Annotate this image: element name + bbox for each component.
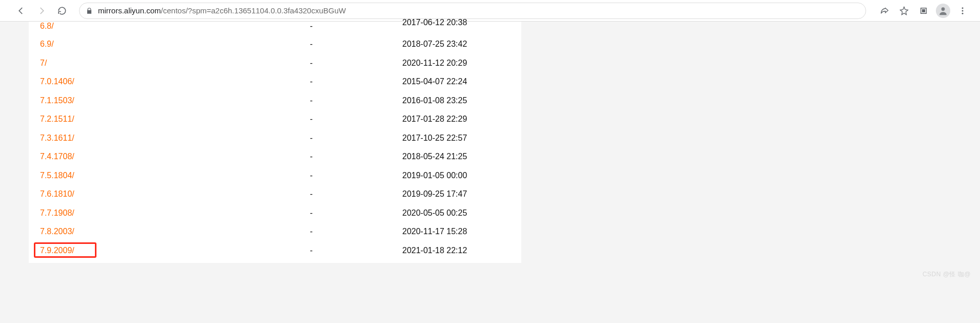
reload-button[interactable] (53, 2, 71, 20)
listing-row: 7.9.2009/-2021-01-18 22:12 (40, 241, 510, 260)
listing-date-cell: 2015-04-07 22:24 (402, 77, 510, 86)
listing-date-cell: 2018-07-25 23:42 (402, 40, 510, 49)
extensions-button[interactable] (916, 4, 931, 18)
listing-size-cell: - (310, 189, 402, 199)
listing-size-cell: - (310, 152, 402, 161)
listing-date-cell: 2020-05-05 00:25 (402, 208, 510, 218)
listing-name-cell: 7.0.1406/ (40, 77, 310, 86)
listing-row: 7.7.1908/-2020-05-05 00:25 (40, 204, 510, 223)
lock-icon (86, 7, 93, 14)
listing-row: 7.6.1810/-2019-09-25 17:47 (40, 185, 510, 204)
directory-link[interactable]: 7.8.2003/ (40, 227, 74, 236)
directory-link[interactable]: 6.9/ (40, 40, 54, 48)
toolbar-right-icons (871, 4, 976, 18)
listing-size-cell: - (310, 208, 402, 218)
listing-size-cell: - (310, 134, 402, 143)
listing-name-cell: 7.3.1611/ (40, 134, 310, 143)
url-host: mirrors.aliyun.com (98, 6, 161, 15)
directory-link[interactable]: 7.7.1908/ (40, 208, 74, 217)
forward-button[interactable] (33, 2, 50, 20)
svg-point-5 (962, 12, 964, 14)
listing-date-cell: 2019-01-05 00:00 (402, 171, 510, 180)
listing-date-cell: 2019-09-25 17:47 (402, 189, 510, 199)
listing-size-cell: - (310, 22, 402, 31)
directory-link[interactable]: 7.5.1804/ (40, 171, 74, 180)
listing-name-cell: 6.8/ (40, 22, 310, 31)
directory-link[interactable]: 7/ (40, 59, 47, 67)
listing-row: 6.9/-2018-07-25 23:42 (40, 35, 510, 54)
listing-date-cell: 2020-11-17 15:28 (402, 227, 510, 236)
listing-name-cell: 7.5.1804/ (40, 171, 310, 180)
listing-size-cell: - (310, 77, 402, 86)
listing-name-cell: 7.2.1511/ (40, 115, 310, 124)
listing-size-cell: - (310, 96, 402, 105)
page-body: 6.8/-2017-06-12 20:386.9/-2018-07-25 23:… (0, 22, 980, 278)
listing-row: 7.4.1708/-2018-05-24 21:25 (40, 147, 510, 166)
directory-link[interactable]: 7.4.1708/ (40, 152, 74, 161)
directory-link[interactable]: 7.3.1611/ (40, 134, 74, 142)
listing-row: 7.1.1503/-2016-01-08 23:25 (40, 91, 510, 110)
listing-row: 7.0.1406/-2015-04-07 22:24 (40, 72, 510, 91)
listing-size-cell: - (310, 227, 402, 236)
listing-date-cell: 2018-05-24 21:25 (402, 152, 510, 161)
svg-point-3 (962, 7, 964, 9)
svg-point-4 (962, 10, 964, 11)
listing-name-cell: 6.9/ (40, 40, 310, 49)
listing-name-cell: 7.7.1908/ (40, 208, 310, 218)
svg-rect-1 (923, 9, 925, 12)
listing-row: 7/-2020-11-12 20:29 (40, 54, 510, 73)
nav-button-group (4, 2, 73, 20)
directory-link[interactable]: 6.8/ (40, 22, 54, 30)
listing-size-cell: - (310, 171, 402, 180)
svg-point-2 (942, 7, 945, 11)
menu-button[interactable] (955, 4, 970, 18)
watermark-text: CSDN @怪 咖@ (923, 270, 971, 278)
listing-name-cell: 7.8.2003/ (40, 227, 310, 236)
listing-name-cell: 7.1.1503/ (40, 96, 310, 105)
listing-name-cell: 7.9.2009/ (40, 246, 310, 255)
listing-date-cell: 2016-01-08 23:25 (402, 96, 510, 105)
directory-listing: 6.8/-2017-06-12 20:386.9/-2018-07-25 23:… (29, 22, 521, 263)
listing-date-cell: 2021-01-18 22:12 (402, 246, 510, 255)
listing-row: 6.8/-2017-06-12 20:38 (40, 22, 510, 35)
back-button[interactable] (12, 2, 30, 20)
profile-avatar[interactable] (936, 4, 950, 18)
listing-row: 7.8.2003/-2020-11-17 15:28 (40, 222, 510, 241)
listing-row: 7.3.1611/-2017-10-25 22:57 (40, 129, 510, 148)
directory-link[interactable]: 7.0.1406/ (40, 77, 74, 86)
listing-size-cell: - (310, 246, 402, 255)
share-button[interactable] (877, 4, 892, 18)
directory-link[interactable]: 7.6.1810/ (40, 189, 74, 198)
listing-size-cell: - (310, 115, 402, 124)
bookmark-button[interactable] (897, 4, 911, 18)
directory-link[interactable]: 7.9.2009/ (40, 246, 74, 255)
listing-date-cell: 2017-01-28 22:29 (402, 115, 510, 124)
listing-date-cell: 2017-10-25 22:57 (402, 134, 510, 143)
listing-size-cell: - (310, 40, 402, 49)
directory-link[interactable]: 7.1.1503/ (40, 96, 74, 105)
listing-row: 7.5.1804/-2019-01-05 00:00 (40, 166, 510, 185)
listing-size-cell: - (310, 59, 402, 68)
listing-row: 7.2.1511/-2017-01-28 22:29 (40, 110, 510, 129)
directory-link[interactable]: 7.2.1511/ (40, 115, 74, 123)
url-path: /centos/?spm=a2c6h.13651104.0.0.3fa4320c… (161, 6, 346, 15)
listing-date-cell: 2017-06-12 20:38 (402, 18, 510, 27)
address-bar[interactable]: mirrors.aliyun.com/centos/?spm=a2c6h.136… (79, 3, 866, 19)
listing-date-cell: 2020-11-12 20:29 (402, 59, 510, 68)
listing-name-cell: 7.6.1810/ (40, 189, 310, 199)
listing-name-cell: 7.4.1708/ (40, 152, 310, 161)
listing-name-cell: 7/ (40, 59, 310, 68)
